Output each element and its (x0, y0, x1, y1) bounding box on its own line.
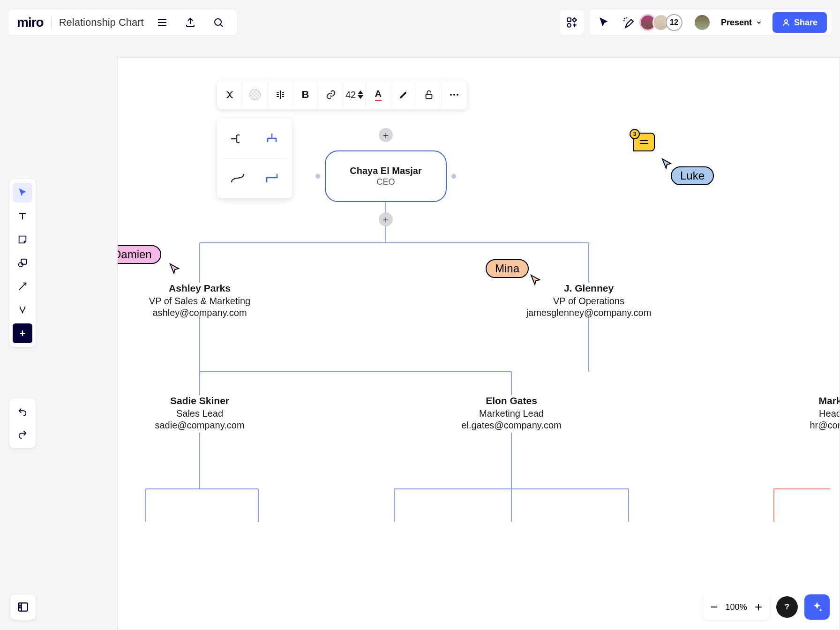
share-button[interactable]: Share (772, 12, 827, 33)
layout-curved-icon[interactable] (223, 164, 252, 193)
node-name: Ashley Parks (132, 283, 268, 294)
zoom-out-button[interactable]: − (710, 600, 718, 615)
reactions-icon[interactable] (619, 13, 638, 32)
mindmap-layout-icon[interactable] (217, 82, 242, 107)
layout-vertical-icon[interactable] (257, 124, 286, 154)
present-button[interactable]: Present (715, 13, 768, 32)
org-node[interactable]: Ashley Parks VP of Sales & Marketing ash… (132, 283, 268, 318)
node-role: CEO (376, 177, 395, 187)
node-name: Elon Gates (450, 395, 572, 406)
cursor-pointer-icon (661, 158, 673, 169)
arrow-tool[interactable] (13, 277, 32, 296)
org-node[interactable]: Sadie Skiner Sales Lead sadie@company.co… (141, 395, 258, 431)
svg-point-0 (215, 19, 221, 25)
org-node[interactable]: Mark Head hr@comp (802, 395, 840, 431)
svg-rect-6 (426, 94, 432, 98)
cursor-follow-icon[interactable] (594, 13, 614, 32)
node-email: el.gates@company.com (450, 420, 572, 431)
zoom-in-button[interactable]: + (755, 600, 762, 615)
org-node[interactable]: Elon Gates Marketing Lead el.gates@compa… (450, 395, 572, 431)
zoom-controls: − 100% + (703, 594, 770, 620)
node-email: sadie@company.com (141, 420, 258, 431)
sticky-tool[interactable] (13, 230, 32, 249)
svg-rect-1 (567, 18, 571, 22)
self-avatar[interactable] (694, 14, 711, 31)
svg-point-8 (453, 94, 455, 96)
redo-button[interactable] (13, 425, 32, 444)
board-header: miro Relationship Chart (8, 10, 237, 35)
collaborator-cursor: Mina (486, 259, 529, 278)
add-more-tool[interactable] (13, 323, 32, 343)
collaborator-count[interactable]: 12 (666, 14, 682, 31)
pen-tool[interactable] (13, 300, 32, 320)
node-name: Mark (802, 395, 840, 406)
text-tool[interactable] (13, 206, 32, 226)
svg-point-11 (19, 605, 20, 606)
comment-marker[interactable]: 3 (633, 133, 655, 151)
cursor-name: Mina (495, 262, 519, 275)
resize-handle[interactable] (451, 174, 456, 179)
svg-point-7 (450, 94, 452, 96)
ai-assist-button[interactable] (804, 594, 830, 620)
collab-bar: 12 Present Share (590, 10, 832, 35)
search-icon[interactable] (209, 13, 228, 32)
add-parent-button[interactable]: ＋ (379, 128, 393, 142)
selection-toolbar: B 42 A (217, 80, 467, 109)
miro-logo: miro (17, 15, 44, 30)
text-color-button[interactable]: A (366, 82, 391, 107)
svg-point-3 (785, 20, 788, 22)
lock-button[interactable] (416, 82, 442, 107)
node-role: VP of Sales & Marketing (132, 296, 268, 307)
comment-count-badge: 3 (630, 129, 640, 139)
collaborator-avatars[interactable]: 12 (643, 14, 682, 31)
cursor-pointer-icon (530, 274, 541, 285)
zoom-value[interactable]: 100% (726, 602, 747, 612)
resize-handle[interactable] (315, 174, 320, 179)
tool-toolbar (9, 179, 36, 347)
align-button[interactable] (268, 82, 293, 107)
panel-toggle-button[interactable] (10, 594, 36, 620)
node-role: Sales Lead (141, 408, 258, 419)
node-role: Head (802, 408, 840, 419)
highlighter-button[interactable] (391, 82, 416, 107)
add-child-button[interactable]: ＋ (379, 212, 393, 226)
node-name: Sadie Skiner (141, 395, 258, 406)
help-button[interactable]: ? (776, 596, 798, 618)
node-email: ashley@company.com (132, 308, 268, 318)
node-name: Chaya El Masjar (350, 165, 421, 176)
svg-point-2 (567, 23, 571, 27)
layout-step-icon[interactable] (257, 164, 286, 193)
svg-point-9 (457, 94, 458, 96)
history-toolbar (9, 398, 36, 448)
present-label: Present (721, 18, 752, 28)
fill-color-button[interactable] (242, 82, 268, 107)
org-node[interactable]: J. Glenney VP of Operations jamesglenney… (525, 283, 652, 318)
cursor-pointer-icon (169, 263, 180, 274)
select-tool[interactable] (13, 183, 32, 202)
board-title[interactable]: Relationship Chart (51, 16, 144, 29)
export-icon[interactable] (180, 13, 200, 32)
cursor-name: Luke (680, 169, 705, 182)
share-label: Share (794, 18, 818, 28)
link-button[interactable] (318, 82, 344, 107)
menu-icon[interactable] (152, 13, 172, 32)
font-size-value: 42 (345, 90, 356, 100)
layout-popup (217, 119, 292, 198)
node-role: VP of Operations (525, 296, 652, 307)
svg-rect-4 (21, 259, 26, 264)
collaborator-cursor: Damien (117, 245, 161, 264)
undo-button[interactable] (13, 402, 32, 422)
shape-tool[interactable] (13, 253, 32, 273)
apps-button[interactable] (560, 10, 584, 35)
collaborator-cursor: Luke (671, 166, 714, 185)
cursor-name: Damien (117, 248, 152, 261)
node-email: hr@comp (802, 420, 840, 431)
more-options-button[interactable] (442, 82, 467, 107)
node-name: J. Glenney (525, 283, 652, 294)
canvas[interactable]: B 42 A ＋ Chay (117, 57, 840, 630)
layout-horizontal-icon[interactable] (223, 124, 252, 154)
font-size-control[interactable]: 42 (344, 82, 366, 107)
node-email: jamesglenney@company.com (525, 308, 652, 318)
bold-button[interactable]: B (293, 82, 318, 107)
org-node-ceo[interactable]: Chaya El Masjar CEO (325, 150, 447, 202)
